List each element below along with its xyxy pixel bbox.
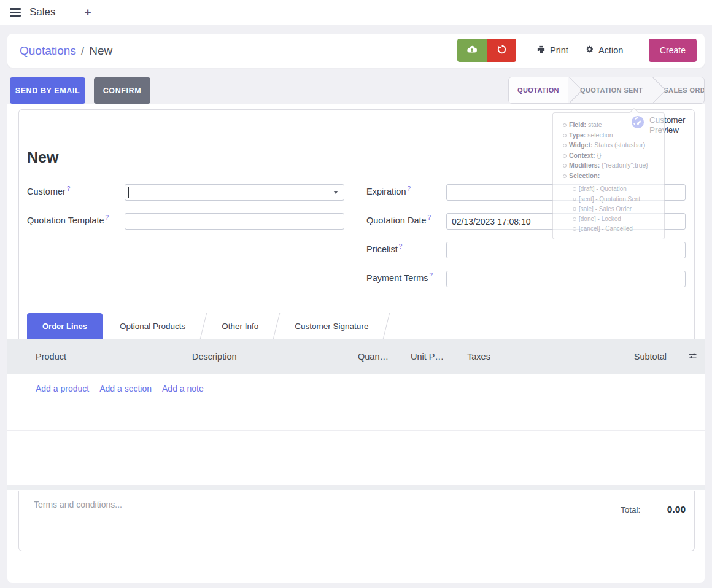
page-title: New (27, 149, 58, 166)
payment-terms-label: Payment Terms? (366, 272, 433, 283)
save-button[interactable] (457, 39, 487, 62)
tab-customer-signature[interactable]: Customer Signature (277, 313, 385, 339)
optional-columns-button[interactable] (667, 351, 705, 362)
terms-and-conditions-input[interactable] (34, 500, 414, 543)
customer-input[interactable] (125, 184, 344, 201)
confirm-button[interactable]: CONFIRM (94, 77, 150, 104)
debug-help-marker: ? (429, 272, 433, 279)
status-step-quotation-sent[interactable]: QUOTATION SENT (571, 77, 651, 103)
cloud-upload-icon (466, 44, 478, 57)
breadcrumb-quotations-link[interactable]: Quotations (20, 44, 76, 58)
column-unit-price: Unit P… (389, 352, 444, 362)
chevron-down-icon[interactable] (333, 191, 338, 194)
payment-terms-input[interactable] (446, 271, 686, 287)
column-description: Description (192, 352, 333, 362)
debug-help-marker: ? (105, 214, 109, 221)
control-panel: Quotations / New (7, 34, 705, 68)
breadcrumb-separator: / (81, 44, 84, 58)
plus-icon[interactable]: + (85, 6, 91, 19)
add-a-product-link[interactable]: Add a product (36, 384, 89, 393)
debug-field-tooltip: Field: state Type: selection Widget: Sta… (552, 112, 665, 239)
table-row (7, 458, 705, 486)
sliders-icon (688, 351, 697, 362)
expiration-label: Expiration? (366, 185, 411, 196)
column-product: Product (36, 352, 192, 362)
form-view: New Customer? Quotation Template? Expira… (7, 104, 705, 583)
customer-field (125, 184, 344, 201)
app-menu-sales[interactable]: Sales (29, 6, 56, 18)
undo-icon (497, 44, 507, 56)
printer-icon (536, 45, 546, 56)
tab-order-lines[interactable]: Order Lines (27, 313, 103, 339)
customer-label: Customer? (27, 185, 70, 196)
statusbar: QUOTATION QUOTATION SENT SALES ORDER (508, 77, 705, 104)
total-value: 0.00 (667, 504, 686, 515)
print-label: Print (550, 45, 568, 55)
add-a-section-link[interactable]: Add a section (99, 384, 152, 393)
table-header-row: Product Description Quan… Unit P… Taxes … (7, 339, 705, 374)
table-add-row: Add a product Add a section Add a note (7, 374, 705, 403)
add-a-note-link[interactable]: Add a note (162, 384, 204, 393)
pricelist-label: Pricelist? (366, 243, 402, 254)
tab-optional-products[interactable]: Optional Products (103, 313, 203, 339)
text-cursor (128, 187, 129, 198)
discard-button[interactable] (487, 39, 516, 62)
save-indicator-group (457, 39, 516, 62)
column-quantity: Quan… (333, 352, 389, 362)
quotation-template-input[interactable] (125, 213, 344, 230)
create-button[interactable]: Create (649, 39, 697, 62)
breadcrumb: Quotations / New (20, 34, 112, 68)
table-footer-strip (7, 486, 705, 490)
hamburger-menu-icon[interactable] (10, 8, 21, 17)
order-lines-table: Product Description Quan… Unit P… Taxes … (7, 339, 705, 490)
column-subtotal: Subtotal (593, 352, 667, 362)
column-taxes: Taxes (444, 352, 593, 362)
notebook-tabs: Order Lines Optional Products Other Info… (27, 313, 387, 339)
debug-help-marker: ? (399, 243, 403, 250)
debug-help-marker: ? (407, 185, 411, 192)
gear-icon (585, 45, 594, 56)
debug-help-marker: ? (67, 185, 71, 192)
table-row (7, 403, 705, 431)
tooltip-selection-list: [draft] - Quotation [sent] - Quotation S… (563, 184, 659, 234)
top-navbar: Sales + (0, 0, 712, 25)
form-sheet-bottom: Total: 0.00 (18, 491, 695, 551)
breadcrumb-current: New (89, 44, 112, 58)
total-label: Total: (621, 505, 640, 514)
tab-other-info[interactable]: Other Info (204, 313, 276, 339)
send-by-email-button[interactable]: SEND BY EMAIL (10, 77, 85, 104)
order-total: Total: 0.00 (621, 495, 686, 515)
print-button[interactable]: Print (536, 39, 568, 62)
pricelist-input[interactable] (446, 242, 686, 258)
action-label: Action (598, 45, 623, 55)
quotation-date-label: Quotation Date? (366, 214, 431, 225)
action-button[interactable]: Action (585, 39, 623, 62)
debug-help-marker: ? (428, 214, 431, 221)
table-row (7, 431, 705, 458)
quotation-template-label: Quotation Template? (27, 214, 109, 225)
